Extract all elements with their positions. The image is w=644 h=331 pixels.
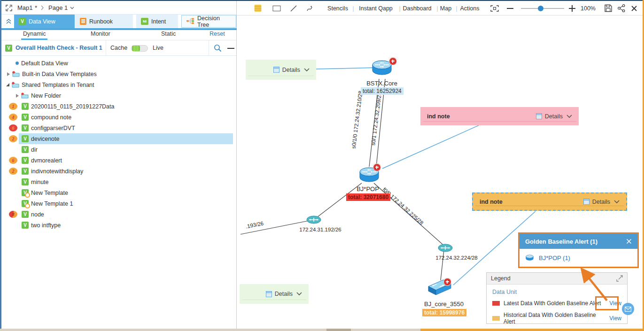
tab-intent[interactable]: NI Intent	[136, 15, 178, 28]
details-button[interactable]: Details	[583, 199, 610, 205]
device-label-bjpop[interactable]: BJ*POP	[357, 185, 379, 192]
divider	[209, 40, 209, 56]
subtab-static[interactable]: Static	[161, 31, 176, 37]
details-button[interactable]: Details	[266, 291, 293, 297]
menu-map[interactable]: Map	[440, 1, 451, 15]
add-note-icon[interactable]	[255, 1, 262, 15]
tree-item-new-folder[interactable]: New Folder	[1, 90, 236, 101]
view-historical-link[interactable]: View	[609, 315, 621, 322]
save-icon[interactable]	[605, 1, 613, 15]
device-label-bjcore[interactable]: BJ_core_3550	[424, 300, 464, 308]
menu-actions[interactable]: Actions	[460, 1, 480, 15]
menu-dashboard[interactable]: Dashboard	[403, 1, 431, 15]
tab-data-view[interactable]: V Data View	[14, 15, 75, 28]
expander-expanded-icon[interactable]	[6, 83, 9, 86]
data-view-panel: Map1 * Page 1 V Data View Runbook	[1, 1, 237, 329]
data-unit-total-bjcore-historical[interactable]: total: 15998976	[422, 309, 466, 316]
zoom-in-icon[interactable]	[569, 1, 575, 15]
tree-item-template[interactable]: V New Template	[1, 187, 236, 198]
media-node-icon[interactable]	[438, 244, 453, 252]
tree-item-template[interactable]: V dir	[1, 144, 236, 155]
tree-item-default-data-view[interactable]: Default Data View	[1, 58, 236, 69]
result-v-icon: V	[5, 45, 12, 52]
popup-header: Golden Baseline Alert (1)	[520, 234, 637, 249]
tree-item-template[interactable]: V minute	[1, 177, 236, 187]
menu-instant-qapp[interactable]: Instant Qapp	[359, 1, 393, 15]
envelope-icon	[625, 307, 631, 312]
subtab-dynamic[interactable]: Dynamic	[23, 31, 46, 37]
data-unit-total-bjpop-alert[interactable]: total: 32071680	[346, 193, 390, 201]
data-view-template-icon: V	[22, 178, 29, 185]
page-selector[interactable]: Page 1	[48, 4, 68, 11]
tree-item-devicenote-selected[interactable]: 2 V devicenote	[1, 133, 236, 144]
draw-curve-icon[interactable]	[306, 1, 314, 15]
close-map-icon[interactable]	[631, 1, 637, 15]
expander-collapsed-icon[interactable]	[16, 94, 19, 98]
device-alert-link[interactable]: BJ*POP (1)	[539, 254, 570, 262]
expand-legend-icon[interactable]	[616, 275, 623, 282]
fit-to-screen-icon[interactable]	[490, 1, 499, 15]
tree-item-template[interactable]: 1 V 20200115_0115_20191227Data	[1, 101, 236, 112]
alert-plus-badge-bstx[interactable]	[389, 57, 397, 65]
details-button[interactable]: Details	[273, 67, 300, 73]
interface-label: f0/0 172.24.32.225/28	[381, 186, 424, 226]
tree-item-shared-templates[interactable]: Shared Templates in Tenant	[1, 79, 236, 90]
zoom-slider-thumb[interactable]	[538, 6, 543, 11]
tree-item-template[interactable]: 4 V compound note	[1, 112, 236, 123]
intent-icon: NI	[141, 18, 148, 25]
note-details-bstx[interactable]: Details	[246, 60, 316, 80]
chevron-down-icon[interactable]	[304, 68, 310, 72]
draw-rectangle-icon[interactable]	[273, 1, 281, 15]
data-unit-total-bstx[interactable]: total: 16252924	[361, 87, 403, 95]
chevron-down-icon[interactable]	[614, 200, 620, 204]
topology-map[interactable]: Details ind note Details ind note Detail	[237, 15, 643, 329]
folder-icon	[12, 82, 19, 88]
tree-item-template[interactable]: 8 V node	[1, 209, 236, 220]
popup-close-icon[interactable]	[626, 239, 632, 244]
share-icon[interactable]	[618, 1, 626, 15]
horizontal-scrollbar[interactable]	[0, 329, 420, 331]
result-name[interactable]: Overall Health Check - Result 1	[16, 45, 102, 51]
tree-item-template[interactable]: 6 V configparserDVT	[1, 123, 236, 133]
subtab-monitor[interactable]: Monitor	[91, 31, 110, 37]
alert-count-badge: 1	[9, 103, 17, 110]
map-canvas: Stencils | Instant Qapp | Dashboard | Ma…	[237, 1, 643, 329]
tree-item-built-in-templates[interactable]: Built-in Data View Templates	[1, 69, 236, 79]
tab-runbook[interactable]: Runbook	[75, 15, 133, 28]
alert-count-badge: 4	[9, 114, 17, 121]
device-label-bstx[interactable]: BSTX.Core	[366, 80, 397, 87]
feedback-button[interactable]	[622, 303, 634, 315]
search-icon[interactable]	[214, 44, 222, 54]
fullscreen-icon[interactable]	[6, 5, 12, 13]
chevron-down-icon[interactable]	[566, 115, 572, 118]
tab-decision-tree[interactable]: Decision Tree	[181, 15, 236, 28]
data-view-template-icon: V	[22, 135, 29, 142]
cache-live-toggle[interactable]	[131, 45, 148, 52]
horizontal-scrollbar-thumb[interactable]	[326, 329, 351, 331]
note-details-bjcore[interactable]: Details	[240, 284, 309, 304]
result-selector-row: V Overall Health Check - Result 1 Cache …	[1, 40, 236, 56]
tree-item-template[interactable]: 2 V indivnotewithdisplay	[1, 166, 236, 177]
note-ind-note-pink[interactable]: ind note Details	[420, 107, 579, 125]
reset-button[interactable]: Reset	[209, 31, 225, 37]
tree-item-template[interactable]: V two intftype	[1, 220, 236, 231]
page-chevron-down-icon[interactable]	[70, 7, 74, 9]
details-button[interactable]: Details	[536, 113, 563, 120]
expander-collapsed-icon[interactable]	[7, 72, 10, 76]
menu-stencils[interactable]: Stencils	[327, 1, 348, 15]
note-title: ind note	[480, 199, 503, 205]
media-node-icon[interactable]	[306, 216, 321, 224]
zoom-out-icon[interactable]	[507, 1, 513, 15]
draw-line-icon[interactable]	[290, 1, 297, 15]
collapse-panel-icon[interactable]	[6, 18, 12, 26]
tree-item-template[interactable]: V New Template 1	[1, 198, 236, 209]
window-border-top	[0, 0, 644, 1]
note-ind-note-orange-selected[interactable]: ind note Details	[472, 192, 627, 211]
zoom-slider[interactable]	[521, 1, 564, 15]
alert-plus-badge-bjcore[interactable]	[443, 278, 451, 286]
tree-item-template[interactable]: 6 V dvmorealert	[1, 155, 236, 166]
chevron-down-icon[interactable]	[296, 292, 302, 296]
data-view-template-new-icon: V	[22, 200, 29, 207]
alert-plus-badge-bjpop[interactable]	[373, 163, 381, 171]
interface-label: s0/1/0 172.24.32.210/28	[350, 91, 363, 149]
